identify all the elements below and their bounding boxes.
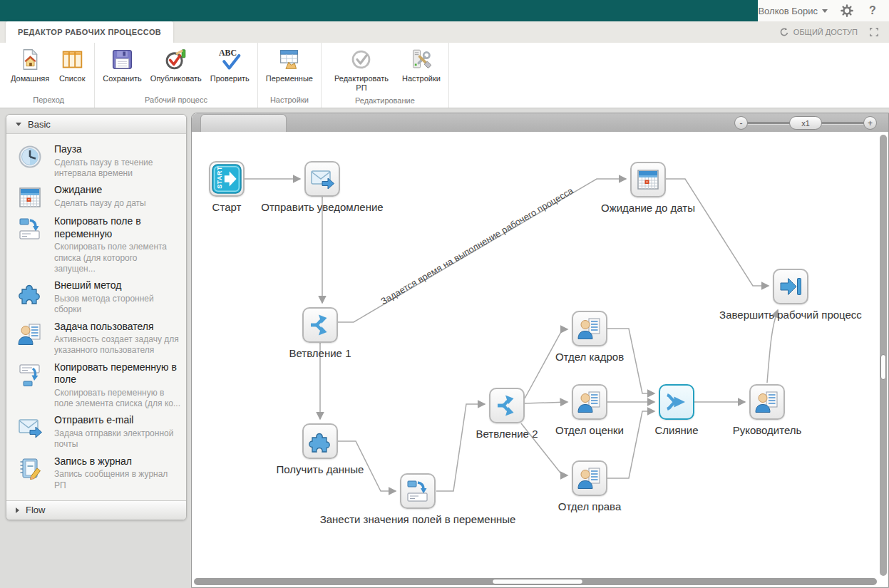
- spellcheck-button[interactable]: ABCПроверить: [206, 44, 254, 85]
- ribbon-group-title: Переход: [6, 93, 91, 108]
- palette-item-title: Отправить e-mail: [54, 414, 180, 427]
- palette-item-pause[interactable]: ПаузаСделать паузу в течение интервала в…: [17, 143, 180, 179]
- node-get-data[interactable]: Получить данные: [302, 423, 338, 459]
- palette-item-copy-field-to-variable[interactable]: Копировать поле в переменнуюСкопировать …: [17, 215, 180, 274]
- palette-item-description: Скопировать поле элемента списка (для ко…: [54, 242, 180, 274]
- list-button[interactable]: Список: [53, 44, 91, 85]
- spellcheck-icon: ABC: [218, 48, 242, 71]
- fullscreen-icon[interactable]: [869, 27, 879, 37]
- copy-field-icon: [17, 216, 43, 242]
- home-button[interactable]: Домашняя: [6, 44, 53, 85]
- user-menu[interactable]: Волков Борис: [758, 6, 828, 16]
- tab-row: РЕДАКТОР РАБОЧИХ ПРОЦЕССОВ ОБЩИЙ ДОСТУП: [0, 21, 889, 43]
- user-task-icon: [577, 316, 602, 341]
- chevron-down-icon: [16, 123, 21, 126]
- wait-calendar-icon: [17, 185, 43, 210]
- ribbon-group-settings: ПеременныеНастройки: [258, 43, 322, 108]
- gear-icon[interactable]: [841, 4, 853, 17]
- edge-branch2-to-hr[interactable]: [525, 329, 567, 398]
- shared-access-button[interactable]: ОБЩИЙ ДОСТУП: [779, 27, 858, 37]
- edit-wf-button[interactable]: Редактировать РП: [325, 44, 398, 93]
- palette-section-label: Basic: [28, 119, 51, 130]
- shared-access-label: ОБЩИЙ ДОСТУП: [793, 28, 858, 36]
- node-branch-1[interactable]: Ветвление 1: [302, 307, 338, 343]
- diagram-layer: Задается время на выполнение рабочего пр…: [192, 113, 888, 587]
- brand-bar: [0, 0, 758, 21]
- edge-law-to-merge[interactable]: [607, 411, 654, 478]
- copy-field-icon: [405, 478, 431, 504]
- edge-wait-to-finish[interactable]: [666, 179, 769, 286]
- tab-workflow-editor[interactable]: РЕДАКТОР РАБОЧИХ ПРОЦЕССОВ: [6, 21, 173, 43]
- node-finish-workflow[interactable]: Завершить рабочий процесс: [773, 269, 808, 304]
- palette-item-external-method[interactable]: Внеший методВызов метода сторонней сборк…: [17, 279, 180, 315]
- palette-section-basic[interactable]: Basic: [6, 115, 186, 134]
- node-set-field-values[interactable]: Занести значения полей в переменные: [400, 473, 436, 509]
- palette-item-text: ОжиданиеСделать паузу до даты: [54, 184, 146, 210]
- node-manager[interactable]: Руководитель: [749, 384, 785, 420]
- ribbon-group-title: Редактирование: [325, 93, 445, 108]
- branch-icon: [494, 393, 520, 418]
- palette-items: ПаузаСделать паузу в течение интервала в…: [6, 134, 186, 500]
- chevron-down-icon: [822, 9, 828, 13]
- save-button[interactable]: Сохранить: [98, 44, 146, 85]
- edge-setfields-to-branch2[interactable]: [436, 404, 485, 491]
- node-law-department[interactable]: Отдел права: [572, 460, 607, 496]
- palette-item-description: Задача отправки электронной почты: [54, 428, 180, 450]
- tab-row-right: ОБЩИЙ ДОСТУП: [779, 21, 879, 43]
- ribbon-group-perehod: ДомашняяСписокПереход: [3, 43, 95, 108]
- edge-branch2-to-evaluation[interactable]: [525, 402, 567, 403]
- node-label: Отдел права: [558, 500, 622, 512]
- ribbon-button-label: Домашняя: [11, 74, 49, 83]
- palette-item-description: Сделать паузу до даты: [54, 198, 146, 209]
- node-wait-until-date[interactable]: Ожидание до даты: [630, 162, 666, 197]
- palette-item-copy-variable-to-field[interactable]: Копировать переменную в полеСкопировать …: [17, 361, 180, 410]
- refresh-icon: [779, 27, 789, 37]
- publish-icon: [164, 48, 187, 71]
- palette-item-description: Сделать паузу в течение интервала времен…: [54, 158, 180, 180]
- palette-item-text: Копировать поле в переменнуюСкопировать …: [54, 215, 180, 274]
- node-hr-department[interactable]: Отдел кадров: [572, 311, 607, 346]
- palette-item-text: Задача пользователяАктивность создает за…: [54, 321, 180, 356]
- node-evaluation-department[interactable]: Отдел оценки: [572, 384, 607, 420]
- ribbon-buttons: Переменные: [262, 44, 317, 93]
- node-branch-2[interactable]: Ветвление 2: [489, 388, 525, 423]
- palette-item-send-email[interactable]: Отправить e-mailЗадача отправки электрон…: [17, 414, 180, 450]
- palette-item-title: Копировать переменную в поле: [54, 361, 180, 386]
- user-task-icon: [577, 465, 602, 491]
- horizontal-scrollbar[interactable]: [194, 578, 877, 585]
- node-start[interactable]: STARTСтарт: [209, 161, 245, 197]
- node-label: Ветвление 1: [289, 347, 351, 359]
- horizontal-scrollbar-thumb[interactable]: [492, 579, 583, 584]
- vertical-scrollbar-thumb[interactable]: [880, 354, 886, 380]
- ribbon-buttons: СохранитьОпубликоватьABCПроверить: [98, 44, 254, 93]
- palette-item-wait[interactable]: ОжиданиеСделать паузу до даты: [17, 184, 180, 210]
- palette-item-description: Вызов метода сторонней сборки: [54, 294, 180, 316]
- help-icon[interactable]: ?: [866, 4, 879, 17]
- ribbon-buttons: Редактировать РПНастройки: [325, 44, 445, 93]
- variables-button[interactable]: Переменные: [262, 44, 317, 85]
- node-label: Слияние: [654, 424, 698, 436]
- publish-button[interactable]: Опубликовать: [146, 44, 206, 85]
- palette-item-text: Отправить e-mailЗадача отправки электрон…: [54, 414, 180, 450]
- copy-variable-icon: [17, 362, 43, 388]
- user-task-icon: [754, 389, 780, 415]
- ribbon-button-label: Опубликовать: [150, 74, 202, 83]
- journal-icon: [17, 456, 43, 482]
- wf-settings-button[interactable]: Настройки: [398, 44, 445, 85]
- edge-manager-to-finish[interactable]: [767, 310, 778, 383]
- node-merge[interactable]: Слияние: [659, 384, 694, 420]
- workflow-canvas: - x1 + Задается время на выполнение рабо…: [191, 113, 889, 588]
- pause-clock-icon: [17, 144, 43, 170]
- node-label: Отдел оценки: [555, 424, 624, 436]
- palette-item-journal[interactable]: Запись в журналЗапись сообщения в журнал…: [17, 455, 180, 491]
- user-name: Волков Борис: [758, 6, 818, 16]
- node-label: Отправить уведомление: [261, 201, 383, 213]
- ribbon-group-editing: Редактировать РПНастройкиРедактирование: [322, 43, 449, 108]
- vertical-scrollbar[interactable]: [880, 135, 887, 576]
- node-send-notification[interactable]: Отправить уведомление: [304, 161, 340, 197]
- palette-section-flow[interactable]: Flow: [6, 500, 186, 520]
- ribbon-button-label: Проверить: [210, 74, 250, 83]
- wait-calendar-icon: [635, 167, 661, 192]
- palette-item-user-task[interactable]: Задача пользователяАктивность создает за…: [17, 321, 180, 356]
- ribbon-button-label: Список: [59, 74, 86, 83]
